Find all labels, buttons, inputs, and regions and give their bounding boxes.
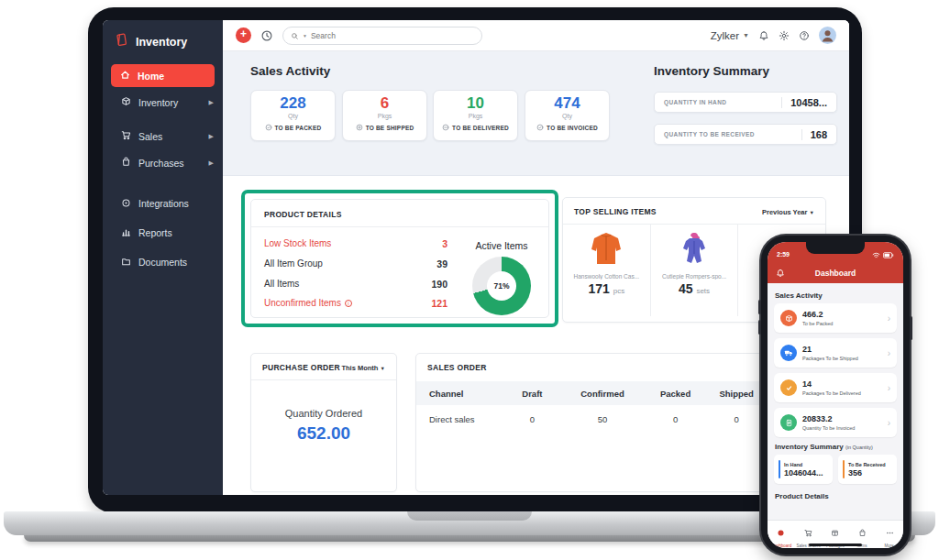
phone-to-be-shipped-card[interactable]: 21Packages To be Shipped › <box>774 338 897 368</box>
phone-frame: 2:59 Dashboard Sales Activity 466.2To be… <box>761 236 910 555</box>
period-dropdown[interactable]: Previous Year ▼ <box>762 208 814 216</box>
tab-more[interactable]: More <box>876 524 903 548</box>
sidebar-item-reports[interactable]: Reports <box>103 218 223 247</box>
bag-icon <box>858 524 867 541</box>
quantity-in-hand-row[interactable]: QUANTITY IN HAND 10458... <box>654 92 837 113</box>
phone-to-be-delivered-card[interactable]: 14Packages To be Delivered › <box>774 373 897 402</box>
to-be-invoiced-card[interactable]: 474 Qty TO BE INVOICED <box>525 90 610 141</box>
history-icon[interactable] <box>260 29 273 42</box>
sidebar-item-inventory[interactable]: Inventory ▶ <box>103 89 223 115</box>
app-logo: Inventory <box>103 20 223 62</box>
search-scope-dropdown-icon[interactable]: ▼ <box>303 33 307 38</box>
search-input[interactable] <box>311 31 474 40</box>
sidebar-item-integrations[interactable]: Integrations <box>103 189 223 218</box>
purchase-order-title: PURCHASE ORDER <box>262 363 340 372</box>
chevron-down-icon: ▼ <box>381 366 385 371</box>
sidebar-item-documents[interactable]: Documents <box>103 247 223 277</box>
laptop-base-notch <box>407 511 532 521</box>
dashboard: Sales Activity 228 Qty TO BE PACKED 6 Pk… <box>223 51 849 495</box>
phone-notch <box>806 242 865 254</box>
bell-icon[interactable] <box>776 269 785 278</box>
dashboard-icon <box>777 524 785 541</box>
tab-dashboard[interactable]: Dashboard <box>768 524 795 548</box>
integrations-icon <box>121 198 131 210</box>
quick-create-button[interactable]: + <box>236 27 251 43</box>
chevron-right-icon: › <box>888 383 890 393</box>
top-item-2[interactable]: Cutiepie Rompers-spo... 45 sets <box>650 225 738 316</box>
phone-in-hand-card[interactable]: In Hand1046044... <box>774 455 833 484</box>
all-item-group-row[interactable]: All Item Group 39 <box>264 258 447 269</box>
donut-percent-label: 71% <box>493 281 509 291</box>
chevron-right-icon: › <box>888 313 890 324</box>
check-icon <box>780 379 797 396</box>
period-dropdown[interactable]: This Month ▼ <box>341 364 385 372</box>
phone-volume-down-button <box>758 320 761 335</box>
inventory-summary-title: Inventory Summary <box>654 64 769 78</box>
notifications-icon[interactable] <box>758 30 769 41</box>
sidebar-item-purchases[interactable]: Purchases ▶ <box>103 149 223 176</box>
more-ellipsis-icon <box>886 524 894 541</box>
phone-to-be-invoiced-card[interactable]: 20833.2Quantity To be Invoiced › <box>774 408 897 437</box>
phone-screen: 2:59 Dashboard Sales Activity 466.2To be… <box>768 242 903 548</box>
cart-icon <box>121 130 131 142</box>
col-packed: Packed <box>645 389 707 399</box>
col-confirmed: Confirmed <box>560 389 645 399</box>
inventory-book-icon <box>114 32 129 51</box>
to-be-shipped-value: 6 <box>343 95 426 113</box>
cardigan-product-image <box>586 254 626 269</box>
accent-bar <box>843 460 845 478</box>
home-indicator[interactable] <box>809 544 862 546</box>
package-icon <box>831 524 839 541</box>
phone-inventory-summary-title: Inventory Summary (in Quantity) <box>775 443 896 451</box>
target-circle-icon <box>356 124 363 132</box>
unconfirmed-items-row[interactable]: Unconfirmed Items i 121 <box>264 298 447 308</box>
org-switcher[interactable]: Zylker ▼ <box>711 30 749 41</box>
laptop-frame: Inventory Home Inventory ▶ Sales ▶ <box>88 7 862 513</box>
unit-label: Pkgs <box>343 113 426 119</box>
active-items-donut: 71% <box>472 257 531 315</box>
search-bar[interactable]: ▼ <box>282 27 482 45</box>
phone-nav-bar: Dashboard <box>768 262 903 284</box>
top-item-1[interactable]: Hanswooly Cotton Cas... 171 pcs <box>563 225 650 316</box>
chevron-down-icon: ▼ <box>810 210 814 215</box>
box-icon <box>121 96 131 108</box>
settings-gear-icon[interactable] <box>779 30 790 41</box>
sidebar: Inventory Home Inventory ▶ Sales ▶ <box>103 20 223 495</box>
cart-icon <box>804 524 812 541</box>
to-be-packed-card[interactable]: 228 Qty TO BE PACKED <box>250 90 336 141</box>
phone-to-be-packed-card[interactable]: 466.2To be Packed › <box>774 303 897 333</box>
sidebar-item-home[interactable]: Home <box>111 64 215 87</box>
app-title: Inventory <box>136 36 187 49</box>
quantity-ordered-label: Quantity Ordered <box>251 408 396 419</box>
laptop-screen: Inventory Home Inventory ▶ Sales ▶ <box>103 20 849 495</box>
main-area: + ▼ Zylker ▼ <box>223 20 849 495</box>
quantity-to-be-received-row[interactable]: QUANTITY TO BE RECEIVED 168 <box>654 124 837 145</box>
help-icon[interactable] <box>799 30 810 41</box>
chevron-right-icon: ▶ <box>209 99 214 106</box>
low-stock-items-row[interactable]: Low Stock Items 3 <box>264 238 447 248</box>
card-label: TO BE PACKED <box>275 125 322 131</box>
all-items-row[interactable]: All Items 190 <box>264 279 447 289</box>
check-circle-icon <box>265 124 272 132</box>
purchase-order-card: PURCHASE ORDER This Month ▼ Quantity Ord… <box>250 353 397 492</box>
row-value: 168 <box>801 129 827 140</box>
chevron-right-icon: › <box>888 348 890 358</box>
battery-icon <box>883 246 894 262</box>
table-row[interactable]: Direct sales 0 50 0 0 <box>416 405 767 433</box>
card-label: TO BE DELIVERED <box>452 125 509 131</box>
info-icon[interactable]: i <box>345 300 352 307</box>
romper-product-image <box>679 254 710 269</box>
sidebar-item-sales[interactable]: Sales ▶ <box>103 123 223 149</box>
quantity-ordered-value: 652.00 <box>251 423 396 444</box>
wifi-icon <box>872 246 880 262</box>
to-be-shipped-card[interactable]: 6 Pkgs TO BE SHIPPED <box>342 90 427 141</box>
bar-chart-icon <box>121 227 131 239</box>
to-be-invoiced-value: 474 <box>525 95 609 113</box>
marketing-mockup: Inventory Home Inventory ▶ Sales ▶ <box>0 0 939 560</box>
user-avatar[interactable] <box>819 27 836 44</box>
invoice-icon <box>780 414 797 431</box>
top-selling-title: TOP SELLING ITEMS <box>574 207 657 216</box>
sales-order-title: SALES ORDER <box>427 363 487 372</box>
phone-to-be-received-card[interactable]: To Be Received356 <box>838 455 897 484</box>
to-be-delivered-card[interactable]: 10 Pkgs TO BE DELIVERED <box>433 90 518 141</box>
